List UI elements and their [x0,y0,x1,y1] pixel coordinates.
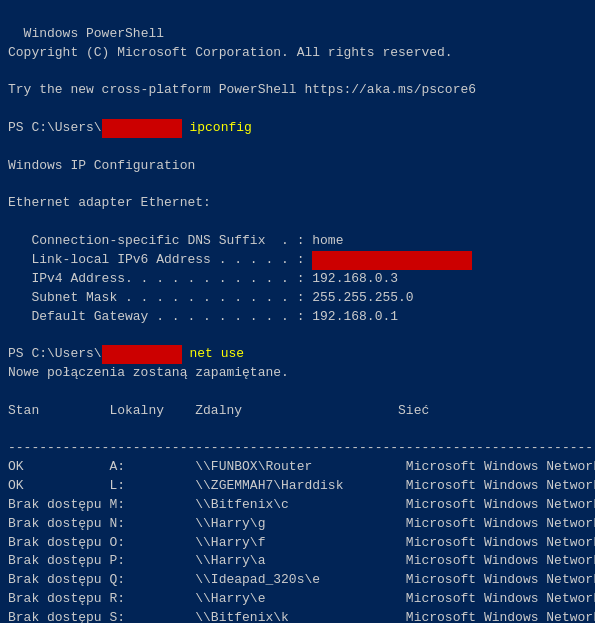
net-row-n: Brak dostępu N: \\Harry\g Microsoft Wind… [8,516,595,531]
connections-msg: Nowe połączenia zostaną zapamiętane. [8,365,289,380]
gateway-line: Default Gateway . . . . . . . . . : 192.… [8,309,398,324]
net-row-q: Brak dostępu Q: \\Ideapad_320s\e Microso… [8,572,595,587]
table-header: Stan Lokalny Zdalny Sieć [8,403,429,418]
cmd-ipconfig: ipconfig [189,120,251,135]
ipv6-redacted [312,251,472,270]
net-row-s: Brak dostępu S: \\Bitfenix\k Microsoft W… [8,610,595,623]
prompt-1: PS C:\Users\ [8,120,102,135]
title-line: Windows PowerShell [24,26,164,41]
net-row-r: Brak dostępu R: \\Harry\e Microsoft Wind… [8,591,595,606]
user-redacted-1 [102,119,182,138]
terminal-window: Windows PowerShell Copyright (C) Microso… [8,6,587,623]
prompt-2: PS C:\Users\ [8,346,102,361]
ipv6-label: Link-local IPv6 Address . . . . . : [8,252,312,267]
dns-suffix: Connection-specific DNS Suffix . : home [8,233,343,248]
copyright-line: Copyright (C) Microsoft Corporation. All… [8,45,453,60]
cmd-netuse: net use [189,346,244,361]
pscore-line: Try the new cross-platform PowerShell ht… [8,82,476,97]
net-row-l: OK L: \\ZGEMMAH7\Harddisk Microsoft Wind… [8,478,595,493]
net-row-m: Brak dostępu M: \\Bitfenix\c Microsoft W… [8,497,595,512]
adapter-label: Ethernet adapter Ethernet: [8,195,211,210]
ip-config-label: Windows IP Configuration [8,158,195,173]
net-row-o: Brak dostępu O: \\Harry\f Microsoft Wind… [8,535,595,550]
net-row-a: OK A: \\FUNBOX\Router Microsoft Windows … [8,459,595,474]
subnet-line: Subnet Mask . . . . . . . . . . . : 255.… [8,290,414,305]
separator: ----------------------------------------… [8,440,595,455]
net-row-p: Brak dostępu P: \\Harry\a Microsoft Wind… [8,553,595,568]
ipv4-line: IPv4 Address. . . . . . . . . . . : 192.… [8,271,398,286]
user-redacted-2 [102,345,182,364]
